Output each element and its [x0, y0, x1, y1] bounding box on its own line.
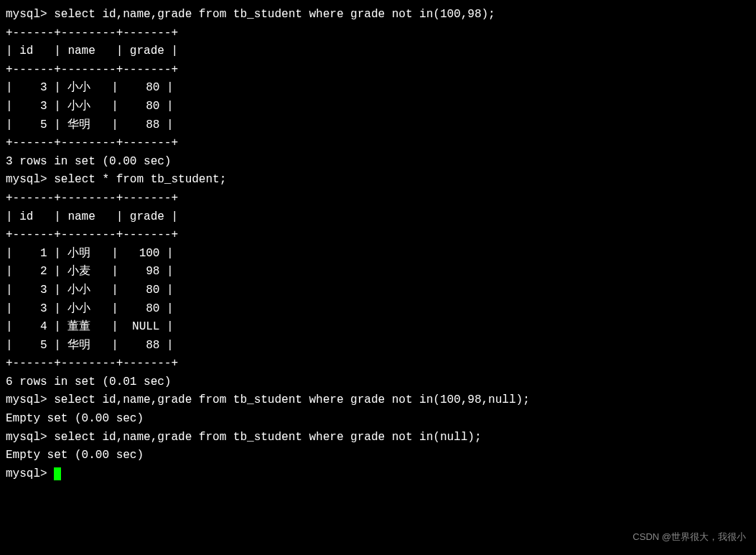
cursor-icon: [54, 467, 61, 480]
table-row: | 3 | 小小 | 80 |: [6, 300, 750, 319]
mysql-prompt: mysql>: [6, 393, 54, 406]
mysql-prompt: mysql>: [6, 431, 54, 444]
mysql-prompt: mysql>: [6, 8, 54, 21]
table-header: | id | name | grade |: [6, 208, 750, 227]
table-row: | 3 | 小小 | 80 |: [6, 98, 750, 116]
query-line: mysql> select id,name,grade from tb_stud…: [6, 429, 750, 447]
table-row: | 5 | 华明 | 88 |: [6, 116, 750, 135]
table-row: | 4 | 董董 | NULL |: [6, 318, 750, 337]
table-border: +------+--------+-------+: [6, 134, 750, 153]
table-border: +------+--------+-------+: [6, 190, 750, 208]
query-line: mysql> select id,name,grade from tb_stud…: [6, 391, 750, 410]
table-border: +------+--------+-------+: [6, 355, 750, 373]
status-line: Empty set (0.00 sec): [6, 447, 750, 465]
table-border: +------+--------+-------+: [6, 24, 750, 43]
table-row: | 2 | 小麦 | 98 |: [6, 263, 750, 281]
table-row: | 1 | 小明 | 100 |: [6, 245, 750, 263]
sql-query: select id,name,grade from tb_student whe…: [54, 8, 495, 21]
status-line: 6 rows in set (0.01 sec): [6, 373, 750, 392]
mysql-prompt: mysql>: [6, 173, 54, 186]
prompt-line[interactable]: mysql>: [6, 465, 750, 484]
sql-query: select id,name,grade from tb_student whe…: [54, 431, 481, 444]
table-row: | 3 | 小小 | 80 |: [6, 79, 750, 98]
sql-query: select * from tb_student;: [54, 173, 226, 186]
table-row: | 3 | 小小 | 80 |: [6, 281, 750, 300]
sql-query: select id,name,grade from tb_student whe…: [54, 393, 530, 406]
table-row: | 5 | 华明 | 88 |: [6, 337, 750, 355]
query-line: mysql> select * from tb_student;: [6, 171, 750, 190]
table-header: | id | name | grade |: [6, 42, 750, 61]
status-line: 3 rows in set (0.00 sec): [6, 153, 750, 172]
terminal-output: mysql> select id,name,grade from tb_stud…: [6, 6, 750, 483]
query-line: mysql> select id,name,grade from tb_stud…: [6, 6, 750, 24]
watermark-text: CSDN @世界很大，我很小: [633, 530, 746, 545]
table-border: +------+--------+-------+: [6, 226, 750, 245]
table-border: +------+--------+-------+: [6, 61, 750, 80]
mysql-prompt: mysql>: [6, 467, 54, 480]
status-line: Empty set (0.00 sec): [6, 410, 750, 429]
